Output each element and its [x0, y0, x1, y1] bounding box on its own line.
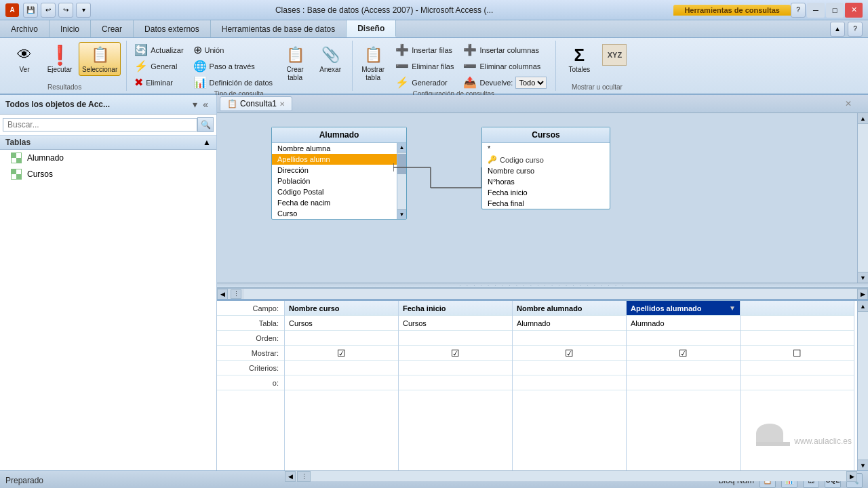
totales-button[interactable]: Σ Totales [563, 42, 595, 76]
col-tabla-apellidos[interactable]: Alumnado [627, 316, 740, 331]
col-tabla-empty[interactable] [741, 316, 854, 331]
hscroll-left-btn[interactable]: ◀ [217, 289, 228, 300]
tab-datos-externos[interactable]: Datos externos [134, 20, 211, 37]
col-criterios-fecha-inicio[interactable] [399, 361, 512, 375]
collapse-ribbon-btn[interactable]: ▲ [830, 22, 845, 37]
insertar-columnas-button[interactable]: ➕ Insertar columnas [460, 42, 550, 58]
section-header[interactable]: Tablas ▲ [0, 136, 216, 150]
customize-qat[interactable]: ▾ [76, 3, 91, 18]
anexar-button[interactable]: 📎 Anexar [314, 42, 347, 76]
col-o-nombre-curso[interactable] [285, 375, 398, 390]
tab-diseno[interactable]: Diseño [347, 20, 396, 37]
ejecutar-button[interactable]: ❗ Ejecutar [43, 42, 76, 76]
tab-archivo[interactable]: Archivo [0, 20, 50, 37]
col-tabla-nombre-curso[interactable]: Cursos [285, 316, 398, 331]
cursos-row-fecha-inicio[interactable]: Fecha inicio [482, 187, 610, 198]
union-button[interactable]: ⊕ Unión [190, 42, 277, 58]
col-show-empty[interactable]: ☐ [741, 346, 854, 361]
alumnado-row-curso[interactable]: Curso [272, 208, 397, 219]
devuelve-select[interactable]: Todo [515, 77, 547, 89]
col-o-nombre-alumnado[interactable] [513, 375, 626, 390]
col-dropdown-apellidos[interactable]: ▼ [729, 304, 736, 312]
col-show-nombre-alumnado[interactable]: ☑ [513, 346, 626, 361]
insertar-filas-button[interactable]: ➕ Insertar filas [392, 42, 457, 58]
col-orden-fecha-inicio[interactable] [399, 331, 512, 346]
help-button[interactable]: ? [791, 3, 806, 18]
ver-button[interactable]: 👁 Ver [8, 42, 41, 76]
generador-button[interactable]: ⚡ Generador [392, 75, 457, 90]
undo-button[interactable]: ↩ [41, 3, 56, 18]
scroll-up[interactable]: ▲ [397, 143, 406, 152]
sidebar-collapse-btn[interactable]: « [200, 98, 211, 111]
search-btn[interactable]: 🔍 [197, 117, 214, 132]
grid-vscrollbar[interactable]: ▲ ▼ [857, 301, 868, 470]
col-criterios-empty[interactable] [741, 361, 854, 375]
grid-vscroll-up[interactable]: ▲ [858, 301, 868, 312]
crear-tabla-button[interactable]: 📋 Creartabla [279, 42, 311, 84]
alumnado-scrollbar[interactable]: ▲ ▼ [397, 143, 406, 219]
devuelve-button[interactable]: 📤 Devuelve: Todo [460, 75, 550, 90]
minimize-button[interactable]: ─ [807, 3, 825, 18]
col-show-nombre-curso[interactable]: ☑ [285, 346, 398, 361]
maximize-button[interactable]: □ [826, 3, 844, 18]
grid-hscroll-right[interactable]: ▶ [846, 471, 857, 482]
actualizar-button[interactable]: 🔄 Actualizar [131, 42, 186, 58]
col-header-nombre-alumnado[interactable]: Nombre alumnado [513, 301, 626, 316]
col-orden-nombre-alumnado[interactable] [513, 331, 626, 346]
cursos-row-fecha-final[interactable]: Fecha final [482, 198, 610, 209]
eliminar-button[interactable]: ✖ Eliminar [131, 75, 186, 90]
tab-area-close-icon[interactable]: ✕ [845, 99, 852, 108]
design-vscrollbar[interactable]: ▲ ▼ [857, 113, 868, 283]
paso-traves-button[interactable]: 🌐 Paso a través [190, 58, 277, 74]
eliminar-columnas-button[interactable]: ➖ Eliminar columnas [460, 58, 550, 74]
general-button[interactable]: ⚡ General [131, 58, 186, 74]
col-header-nombre-curso[interactable]: Nombre curso [285, 301, 398, 316]
col-show-apellidos[interactable]: ☑ [627, 346, 740, 361]
col-tabla-fecha-inicio[interactable]: Cursos [399, 316, 512, 331]
col-show-fecha-inicio[interactable]: ☑ [399, 346, 512, 361]
alumnado-row-nombre[interactable]: Nombre alumna [272, 143, 397, 154]
cursos-row-codigo[interactable]: 🔑 Codigo curso [482, 154, 610, 165]
vscroll-down[interactable]: ▼ [858, 272, 868, 283]
consulta1-tab[interactable]: 📋 Consulta1 ✕ [220, 96, 292, 111]
col-criterios-nombre-curso[interactable] [285, 361, 398, 375]
col-criterios-apellidos[interactable] [627, 361, 740, 375]
tab-close-icon[interactable]: ✕ [279, 100, 285, 108]
alumnado-row-fecha-nac[interactable]: Fecha de nacim [272, 197, 397, 208]
hscroll-expand-btn[interactable]: ⋮ [228, 289, 244, 299]
cursos-row-nombre[interactable]: Nombre curso [482, 165, 610, 176]
col-orden-nombre-curso[interactable] [285, 331, 398, 346]
close-button[interactable]: ✕ [845, 3, 863, 18]
tab-herramientas-bd[interactable]: Herramientas de base de datos [211, 20, 347, 37]
col-o-empty[interactable] [741, 375, 854, 390]
sidebar-dropdown-btn[interactable]: ▾ [190, 98, 200, 111]
col-header-apellidos[interactable]: Apellidos alumnado ▼ [627, 301, 740, 316]
search-input[interactable] [3, 118, 197, 131]
seleccionar-button[interactable]: 📋 Seleccionar [79, 42, 121, 76]
col-o-fecha-inicio[interactable] [399, 375, 512, 390]
tab-inicio[interactable]: Inicio [50, 20, 91, 37]
grid-hscroll-expand[interactable]: ⋮ [297, 471, 311, 482]
alumnado-row-poblacion[interactable]: Población [272, 176, 397, 186]
col-criterios-nombre-alumnado[interactable] [513, 361, 626, 375]
alumnado-row-direccion[interactable]: Dirección [272, 165, 397, 176]
col-orden-apellidos[interactable] [627, 331, 740, 346]
resize-handle[interactable]: · · · · · · · · · · · · · · · · · · · · … [217, 283, 868, 288]
sidebar-item-alumnado[interactable]: Alumnado [0, 150, 216, 166]
scroll-down[interactable]: ▼ [397, 209, 406, 219]
hscroll-right-btn[interactable]: ▶ [857, 289, 868, 300]
sidebar-item-cursos[interactable]: Cursos [0, 166, 216, 182]
eliminar-filas-button[interactable]: ➖ Eliminar filas [392, 58, 457, 74]
grid-hscroll-left[interactable]: ◀ [285, 471, 296, 482]
xyz-button[interactable]: XYZ [598, 42, 631, 68]
mostrar-tabla-button[interactable]: 📋 Mostrartabla [357, 42, 389, 84]
tab-crear[interactable]: Crear [91, 20, 134, 37]
vscroll-up[interactable]: ▲ [858, 113, 868, 124]
help-ribbon-btn[interactable]: ? [848, 22, 863, 37]
col-o-apellidos[interactable] [627, 375, 740, 390]
alumnado-row-cp[interactable]: Código Postal [272, 186, 397, 197]
col-orden-empty[interactable] [741, 331, 854, 346]
col-header-fecha-inicio[interactable]: Fecha inicio [399, 301, 512, 316]
alumnado-row-apellidos[interactable]: Apellidos alumn [272, 154, 397, 165]
cursos-row-nhoras[interactable]: N°horas [482, 176, 610, 187]
